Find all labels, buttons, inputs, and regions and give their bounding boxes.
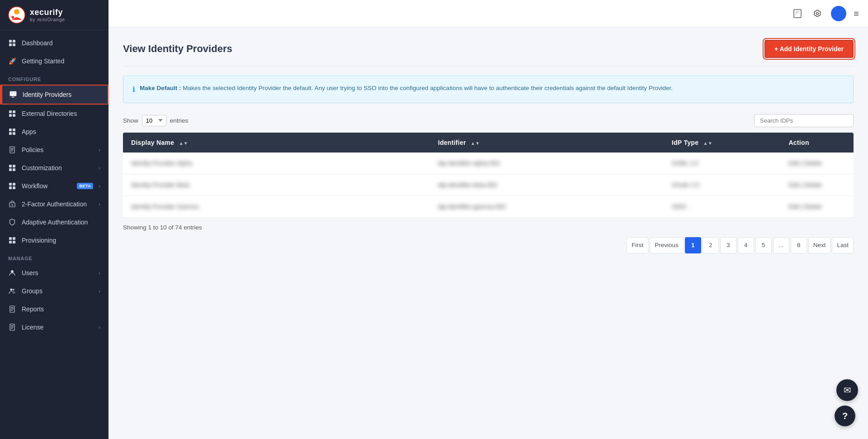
gear-icon[interactable] [811, 7, 824, 20]
customization-chevron: › [99, 165, 100, 171]
table-row: Identity Provider Gamma idp-identifier-g… [123, 196, 854, 217]
search-idps-input[interactable] [754, 114, 854, 127]
info-box: ℹ Make Default : Makes the selected Iden… [123, 76, 854, 103]
pagination: First Previous 1 2 3 4 5 ... 8 Next Last [123, 237, 854, 253]
sidebar-item-users[interactable]: Users › [0, 264, 108, 282]
pagination-first[interactable]: First [627, 237, 648, 253]
table-row: Identity Provider Beta idp-identifier-be… [123, 174, 854, 196]
sidebar-item-adaptive-auth[interactable]: Adaptive Authentication [0, 213, 108, 231]
svg-rect-37 [9, 241, 12, 243]
groups-icon [8, 287, 16, 295]
sidebar-item-getting-started[interactable]: 🚀 Getting Started [0, 52, 108, 70]
svg-rect-52 [796, 11, 799, 12]
sidebar-item-dashboard[interactable]: Dashboard [0, 34, 108, 52]
col-idp-type[interactable]: IdP Type ▲▼ [664, 133, 781, 153]
col-identifier[interactable]: Identifier ▲▼ [430, 133, 664, 153]
sidebar-item-license[interactable]: License › [0, 318, 108, 336]
pagination-next[interactable]: Next [808, 237, 831, 253]
provisioning-icon [8, 236, 16, 244]
col-action: Action [780, 133, 854, 153]
pagination-ellipsis: ... [773, 237, 789, 253]
info-icon: ℹ [132, 84, 135, 95]
sidebar-item-identity-providers[interactable]: Identity Providers [0, 85, 108, 105]
2fa-icon [8, 200, 16, 208]
row-idp-type: OAuth 2.0 [664, 174, 781, 196]
svg-rect-30 [13, 183, 15, 186]
svg-point-39 [11, 270, 14, 273]
pagination-last[interactable]: Last [832, 237, 854, 253]
sidebar-item-apps[interactable]: Apps [0, 123, 108, 141]
sidebar-item-workflow[interactable]: Workflow BETA › [0, 177, 108, 195]
svg-rect-50 [794, 10, 801, 18]
sidebar-item-label-customization: Customization [22, 164, 93, 172]
users-chevron: › [99, 270, 100, 276]
sidebar: xecurify by miniOrange Dashboard 🚀 Getti… [0, 0, 108, 439]
pagination-previous[interactable]: Previous [650, 237, 684, 253]
showing-entries-text: Showing 1 to 10 of 74 entries [123, 224, 854, 231]
info-text: Make Default : Makes the selected Identi… [140, 83, 673, 93]
pagination-page-1[interactable]: 1 [685, 237, 701, 253]
entries-per-page-select[interactable]: 10 25 50 100 [142, 115, 166, 126]
sidebar-item-2fa[interactable]: 2-Factor Authentication › [0, 195, 108, 213]
svg-rect-35 [9, 237, 12, 240]
mail-button[interactable]: ✉ [836, 379, 858, 401]
policies-chevron: › [99, 147, 100, 153]
display-name-sort-arrow: ▲▼ [179, 141, 188, 146]
page-title: View Identity Providers [123, 43, 232, 55]
svg-rect-45 [11, 310, 13, 310]
sidebar-item-policies[interactable]: Policies › [0, 141, 108, 159]
svg-rect-17 [9, 129, 12, 131]
row-action: Edit | Delete [780, 196, 854, 217]
pagination-page-3[interactable]: 3 [720, 237, 736, 253]
sidebar-item-external-directories[interactable]: External Directories [0, 105, 108, 123]
user-avatar[interactable] [831, 6, 846, 21]
sidebar-item-customization[interactable]: Customization › [0, 159, 108, 177]
adaptive-auth-icon [8, 218, 16, 226]
show-entries-control: Show 10 25 50 100 entries [123, 115, 188, 126]
header-divider [123, 66, 854, 67]
identifier-sort-arrow: ▲▼ [471, 141, 480, 146]
svg-rect-10 [14, 94, 15, 95]
book-icon[interactable] [791, 7, 804, 20]
logo-text: xecurify by miniOrange [30, 8, 65, 22]
sidebar-item-label-provisioning: Provisioning [22, 237, 100, 244]
idp-type-sort-arrow: ▲▼ [703, 141, 712, 146]
svg-rect-44 [11, 309, 14, 309]
pagination-page-5[interactable]: 5 [755, 237, 772, 253]
add-identity-provider-button[interactable]: + Add Identity Provider [764, 40, 854, 58]
sidebar-item-label-2fa: 2-Factor Authentication [22, 200, 93, 208]
svg-rect-48 [11, 327, 14, 327]
page-header: View Identity Providers + Add Identity P… [123, 40, 854, 58]
menu-icon[interactable]: ≡ [854, 9, 859, 18]
rocket-icon: 🚀 [8, 57, 16, 65]
workflow-chevron: › [99, 183, 100, 189]
svg-rect-36 [13, 237, 15, 240]
sidebar-item-reports[interactable]: Reports [0, 300, 108, 318]
groups-chevron: › [99, 288, 100, 294]
row-display-name: Identity Provider Gamma [123, 196, 430, 217]
table-body: Identity Provider Alpha idp-identifier-a… [123, 153, 854, 218]
svg-rect-32 [13, 186, 15, 189]
svg-point-1 [14, 9, 19, 14]
info-text-body: Makes the selected Identity Provider the… [183, 85, 673, 91]
svg-rect-18 [13, 129, 15, 131]
help-button[interactable]: ? [835, 406, 855, 426]
sidebar-item-label-getting-started: Getting Started [22, 57, 100, 65]
sidebar-item-label-workflow: Workflow [22, 182, 70, 190]
pagination-page-2[interactable]: 2 [703, 237, 719, 253]
pagination-page-4[interactable]: 4 [738, 237, 754, 253]
sidebar-item-label-license: License [22, 324, 93, 331]
pagination-page-8[interactable]: 8 [791, 237, 807, 253]
svg-rect-38 [13, 241, 15, 243]
row-display-name: Identity Provider Alpha [123, 153, 430, 174]
sidebar-item-groups[interactable]: Groups › [0, 282, 108, 300]
svg-point-2 [11, 16, 14, 19]
workflow-beta-badge: BETA [77, 183, 93, 189]
main-content: ≡ View Identity Providers + Add Identity… [108, 0, 868, 439]
sidebar-item-label-policies: Policies [22, 146, 93, 153]
sidebar-navigation: Dashboard 🚀 Getting Started Configure Id… [0, 30, 108, 439]
sidebar-item-provisioning[interactable]: Provisioning [0, 231, 108, 249]
sidebar-item-label-reports: Reports [22, 305, 100, 313]
col-display-name[interactable]: Display Name ▲▼ [123, 133, 430, 153]
entries-label: entries [170, 117, 189, 124]
